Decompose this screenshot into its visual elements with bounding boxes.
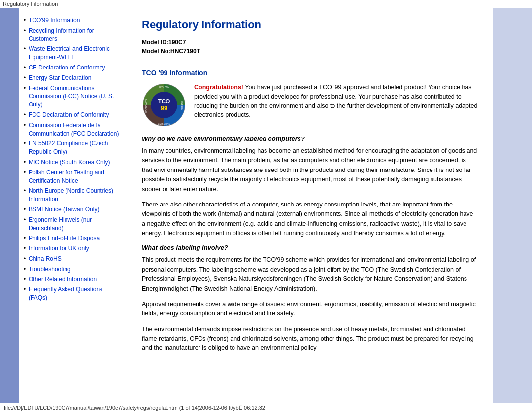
svg-text:EMISSIONS: EMISSIONS	[158, 123, 170, 125]
model-no: Model No:HNC7190T	[142, 48, 478, 55]
page-layout: TCO'99 InformationRecycling Information …	[0, 8, 532, 403]
sidebar-link[interactable]: Ergonomie Hinweis (nur Deutschland)	[29, 216, 92, 232]
sidebar-link[interactable]: Philips End-of-Life Disposal	[29, 235, 101, 241]
sidebar-link[interactable]: Polish Center for Testing and Certificat…	[29, 169, 104, 184]
svg-text:ECONOMICS: ECONOMICS	[145, 99, 148, 113]
sidebar-item: Troubleshooting	[24, 265, 122, 274]
sidebar-link[interactable]: Federal Communications Commission (FCC) …	[29, 85, 114, 108]
tco-intro-text: Congratulations! You have just purchased…	[194, 83, 478, 120]
sidebar-link[interactable]: TCO'99 Information	[29, 17, 80, 24]
congrats-label: Congratulations!	[194, 84, 243, 91]
sidebar-link[interactable]: Energy Star Declaration	[29, 74, 91, 81]
sidebar-link[interactable]: Recycling Information for Customers	[29, 27, 94, 42]
sidebar: TCO'99 InformationRecycling Information …	[19, 8, 127, 403]
sidebar-link[interactable]: Waste Electrical and Electronic Equipmen…	[29, 45, 110, 61]
sidebar-link[interactable]: Other Related Information	[29, 276, 97, 283]
sidebar-link[interactable]: EN 55022 Compliance (Czech Republic Only…	[29, 140, 108, 155]
svg-text:99: 99	[161, 105, 167, 112]
sidebar-item: Philips End-of-Life Disposal	[24, 234, 122, 242]
page-title: Regulatory Information	[142, 18, 478, 31]
paragraph5: The environmental demands impose restric…	[142, 325, 478, 353]
sidebar-item: North Europe (Nordic Countries) Informat…	[24, 187, 122, 204]
sidebar-link[interactable]: CE Declaration of Conformity	[29, 64, 105, 71]
paragraph3: This product meets the requirements for …	[142, 255, 478, 294]
paragraph2: There are also other characteristics of …	[142, 200, 478, 239]
tco-intro: TCO 99 ECOLOGY ENERGY EMISSIONS ECONOMIC…	[142, 83, 478, 127]
title-bar-text: Regulatory Information	[3, 1, 58, 7]
sidebar-item: FCC Declaration of Conformity	[24, 111, 122, 119]
sidebar-item: Ergonomie Hinweis (nur Deutschland)	[24, 216, 122, 233]
subheading1: Why do we have environmentally labeled c…	[142, 135, 478, 142]
sidebar-link[interactable]: Information for UK only	[29, 245, 89, 252]
subheading2: What does labeling involve?	[142, 244, 478, 251]
sidebar-nav: TCO'99 InformationRecycling Information …	[24, 16, 122, 302]
sidebar-item: CE Declaration of Conformity	[24, 64, 122, 72]
left-accent	[0, 8, 19, 403]
sidebar-item: Energy Star Declaration	[24, 74, 122, 82]
bottom-bar-text: file:///D|/EDFU/LCD/190C7/manual/taiwan/…	[4, 405, 265, 411]
sidebar-link[interactable]: Troubleshooting	[29, 266, 71, 273]
sidebar-link[interactable]: Commission Federale de la Communication …	[29, 122, 119, 137]
sidebar-link[interactable]: Frequently Asked Questions (FAQs)	[29, 286, 102, 301]
sidebar-item: BSMI Notice (Taiwan Only)	[24, 206, 122, 214]
sidebar-item: MIC Notice (South Korea Only)	[24, 158, 122, 167]
paragraph1: In many countries, environmental labelin…	[142, 146, 478, 194]
sidebar-item: Information for UK only	[24, 244, 122, 253]
sidebar-item: Commission Federale de la Communication …	[24, 121, 122, 138]
sidebar-item: Federal Communications Commission (FCC) …	[24, 84, 122, 109]
svg-text:ENERGY: ENERGY	[180, 101, 183, 110]
sidebar-item: Polish Center for Testing and Certificat…	[24, 169, 122, 185]
svg-text:ECOLOGY: ECOLOGY	[159, 86, 169, 89]
sidebar-item: Waste Electrical and Electronic Equipmen…	[24, 45, 122, 62]
sidebar-item: Other Related Information	[24, 275, 122, 284]
model-id: Model ID:190C7	[142, 39, 478, 46]
sidebar-link[interactable]: North Europe (Nordic Countries) Informat…	[29, 187, 113, 203]
sidebar-item: Recycling Information for Customers	[24, 27, 122, 43]
divider	[142, 62, 478, 62]
bottom-bar: file:///D|/EDFU/LCD/190C7/manual/taiwan/…	[0, 403, 532, 411]
sidebar-item: TCO'99 Information	[24, 16, 122, 25]
section-title: TCO '99 Information	[142, 69, 478, 77]
sidebar-link[interactable]: China RoHS	[29, 255, 62, 262]
sidebar-link[interactable]: FCC Declaration of Conformity	[29, 111, 109, 118]
paragraph4: Approval requirements cover a wide range…	[142, 300, 478, 319]
sidebar-item: EN 55022 Compliance (Czech Republic Only…	[24, 139, 122, 156]
right-accent	[493, 8, 532, 403]
title-bar: Regulatory Information	[0, 0, 532, 8]
tco-logo: TCO 99 ECOLOGY ENERGY EMISSIONS ECONOMIC…	[142, 83, 186, 127]
sidebar-link[interactable]: BSMI Notice (Taiwan Only)	[29, 206, 99, 213]
sidebar-item: Frequently Asked Questions (FAQs)	[24, 285, 122, 302]
main-content: Regulatory Information Model ID:190C7 Mo…	[127, 8, 493, 403]
sidebar-link[interactable]: MIC Notice (South Korea Only)	[29, 159, 110, 166]
sidebar-item: China RoHS	[24, 255, 122, 263]
svg-text:TCO: TCO	[158, 98, 170, 104]
